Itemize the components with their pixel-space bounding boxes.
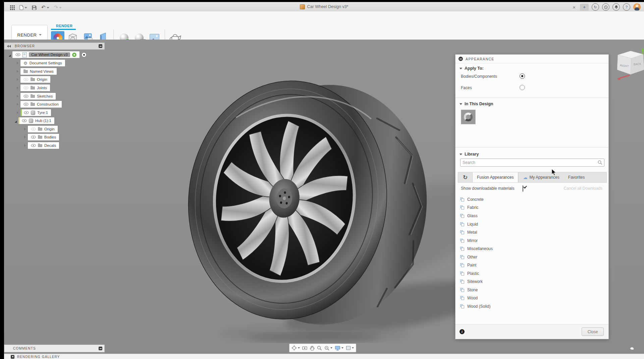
library-search[interactable]: [460, 159, 604, 167]
save-icon[interactable]: [32, 5, 37, 10]
row-pill[interactable]: Hub (1):1: [18, 117, 54, 124]
row-pill[interactable]: Joints: [20, 84, 50, 91]
category-wood-solid[interactable]: Wood (Solid): [460, 303, 490, 310]
category-concrete[interactable]: Concrete: [460, 196, 484, 203]
app-grid-icon[interactable]: [10, 5, 15, 10]
file-menu-button[interactable]: [19, 5, 27, 10]
browser-row-hub-decals[interactable]: Decals: [24, 142, 59, 149]
eye-icon[interactable]: [31, 144, 36, 147]
avatar[interactable]: [633, 3, 641, 11]
browser-row-document-settings[interactable]: ⚙ Document Settings: [17, 60, 65, 66]
row-pill[interactable]: Decals: [28, 142, 59, 149]
design-appearance-swatch[interactable]: [461, 110, 476, 124]
faces-radio[interactable]: [520, 85, 525, 90]
tab-render[interactable]: RENDER: [56, 24, 72, 28]
eye-off-icon[interactable]: [23, 78, 29, 81]
info-icon[interactable]: i: [460, 329, 465, 334]
row-pill[interactable]: Origin: [28, 126, 58, 132]
notifications-bell-icon[interactable]: [612, 3, 620, 11]
eye-icon[interactable]: [15, 53, 20, 56]
category-sitework[interactable]: Sitework: [460, 278, 483, 285]
category-mirror[interactable]: Mirror: [460, 237, 478, 244]
collapsed-arrow-icon[interactable]: [24, 128, 26, 130]
category-glass[interactable]: Glass: [460, 213, 478, 219]
appearance-panel-header[interactable]: APPEARANCE: [455, 55, 608, 63]
pan-button[interactable]: [310, 346, 315, 351]
category-liquid[interactable]: Liquid: [460, 221, 478, 228]
category-miscellaneous[interactable]: Miscellaneous: [460, 245, 493, 252]
library-section-header[interactable]: Library: [460, 152, 479, 157]
collapsed-arrow-icon[interactable]: [17, 70, 18, 73]
browser-row-joints[interactable]: Joints: [17, 84, 50, 91]
panel-menu-icon[interactable]: [99, 44, 102, 48]
category-stone[interactable]: Stone: [460, 287, 478, 293]
eye-icon[interactable]: [23, 103, 29, 106]
collapsed-arrow-icon[interactable]: [17, 111, 18, 114]
recent-clock-icon[interactable]: [602, 3, 609, 11]
undo-button[interactable]: ↶: [41, 5, 49, 10]
collapsed-arrow-icon[interactable]: [17, 95, 18, 98]
browser-row-construction[interactable]: Construction: [17, 101, 62, 108]
tab-my-appearances[interactable]: ☁ My Appearances: [518, 172, 564, 182]
category-metal[interactable]: Metal: [460, 229, 477, 236]
panel-grip-icon[interactable]: [459, 57, 463, 61]
tab-favorites[interactable]: Favorites: [564, 172, 589, 182]
fit-button[interactable]: [324, 346, 332, 351]
collapsed-arrow-icon[interactable]: [17, 78, 18, 81]
browser-row-hub[interactable]: Hub (1):1: [15, 117, 54, 124]
row-pill[interactable]: Tyre:1: [20, 109, 51, 116]
apply-to-section-header[interactable]: Apply To:: [460, 66, 484, 71]
close-button[interactable]: Close: [582, 327, 604, 336]
row-pill[interactable]: Construction: [20, 101, 62, 108]
collapsed-arrow-icon[interactable]: [17, 86, 18, 89]
refresh-icon[interactable]: ↻: [458, 172, 472, 182]
bodies-components-radio[interactable]: [520, 73, 525, 79]
category-wood[interactable]: Wood: [460, 295, 478, 301]
browser-row-hub-origin[interactable]: Origin: [24, 126, 58, 132]
browser-row-named-views[interactable]: Named Views: [17, 68, 57, 75]
eye-icon[interactable]: [22, 119, 27, 122]
tab-fusion-appearances[interactable]: Fusion Appearances: [472, 172, 518, 182]
comments-panel-header[interactable]: COMMENTS: [4, 345, 105, 352]
collapse-panel-icon[interactable]: [7, 45, 11, 48]
collapsed-arrow-icon[interactable]: [24, 136, 26, 138]
eye-off-icon[interactable]: [23, 86, 29, 89]
eye-icon[interactable]: [31, 135, 36, 139]
browser-panel-header[interactable]: BROWSER: [4, 43, 105, 50]
collapsed-arrow-icon[interactable]: [24, 144, 26, 147]
zoom-button[interactable]: [317, 346, 322, 351]
job-status-icon[interactable]: ↻: [592, 3, 599, 11]
help-button[interactable]: ?: [623, 3, 630, 11]
row-pill[interactable]: Named Views: [20, 68, 57, 75]
activate-component-radio[interactable]: [82, 52, 87, 57]
expanded-arrow-icon[interactable]: [15, 119, 17, 123]
row-pill[interactable]: Origin: [20, 76, 50, 83]
row-pill[interactable]: Sketches: [20, 93, 56, 100]
browser-root-row[interactable]: Car Wheel Design v3: [9, 51, 87, 58]
row-pill[interactable]: Bodies: [28, 134, 59, 140]
browser-row-origin[interactable]: Origin: [17, 76, 50, 83]
eye-icon[interactable]: [24, 111, 29, 114]
new-tab-button[interactable]: +: [580, 4, 589, 11]
panel-menu-icon[interactable]: [99, 347, 102, 350]
in-this-design-section-header[interactable]: In This Design: [460, 102, 493, 106]
close-tab-button[interactable]: ×: [571, 4, 577, 10]
rendering-gallery-bar[interactable]: RENDERING GALLERY: [4, 354, 644, 359]
collapsed-arrow-icon[interactable]: [17, 62, 18, 64]
redo-button[interactable]: ↷: [54, 5, 62, 10]
viewports-button[interactable]: [346, 346, 354, 350]
row-pill[interactable]: ⚙ Document Settings: [20, 60, 65, 66]
category-other[interactable]: Other: [460, 254, 477, 260]
category-plastic[interactable]: Plastic: [460, 270, 479, 277]
eye-off-icon[interactable]: [31, 127, 36, 131]
eye-icon[interactable]: [23, 95, 29, 98]
category-fabric[interactable]: Fabric: [460, 204, 478, 211]
browser-row-sketches[interactable]: Sketches: [17, 93, 56, 100]
expanded-arrow-icon[interactable]: [9, 53, 11, 57]
search-input[interactable]: [461, 160, 598, 165]
display-settings-button[interactable]: [335, 346, 343, 351]
view-cube[interactable]: RIGHT BACK: [615, 48, 644, 82]
orbit-button[interactable]: [291, 345, 300, 351]
browser-root-pill[interactable]: Car Wheel Design v3: [12, 51, 79, 58]
browser-row-tyre[interactable]: Tyre:1: [17, 109, 51, 116]
